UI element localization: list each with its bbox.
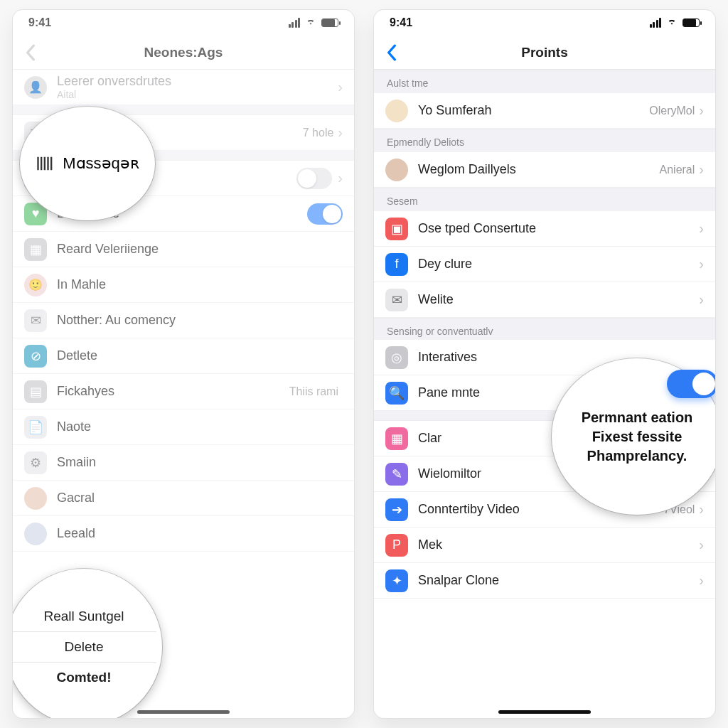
list-item[interactable]: Weglom Daillyels Anieral › (374, 152, 715, 188)
callout-menu: Reall Suntgel Delete Comted! (13, 569, 162, 718)
status-icons (650, 16, 700, 29)
list-item[interactable]: ⚙ Smaiin (13, 445, 354, 481)
home-indicator (137, 710, 230, 714)
chevron-right-icon: › (699, 537, 704, 553)
star-icon: ✦ (385, 569, 408, 592)
battery-icon (321, 18, 338, 27)
toggle[interactable] (296, 168, 332, 189)
list-item[interactable]: ✦ Snalpar Clone › (374, 563, 715, 599)
list-item[interactable]: Gacral (13, 481, 354, 516)
wifi-icon (304, 16, 317, 29)
row-label: Smaiin (57, 455, 343, 470)
section-header: Aulst tme (374, 70, 715, 93)
row-label: Dey clure (418, 257, 699, 272)
row-label: Ose tped Consertute (418, 221, 699, 236)
row-label: Reard Veleriienge (57, 242, 343, 257)
chevron-right-icon: › (338, 79, 343, 95)
chevron-right-icon: › (338, 170, 343, 186)
delete-icon: ⊘ (24, 345, 47, 368)
floating-toggle[interactable] (667, 370, 715, 398)
mail-icon: ✉ (24, 309, 47, 332)
row-label: Leeald (57, 526, 343, 541)
chevron-right-icon: › (699, 501, 704, 518)
callout-messages: Mɑssəqəʀ (20, 107, 155, 220)
nav-title: Proints (521, 45, 567, 60)
status-time: 9:41 (390, 16, 412, 29)
note-icon: 📄 (24, 416, 47, 439)
folder-icon: ▤ (24, 380, 47, 403)
row-label: In Mahle (57, 277, 343, 292)
arrow-right-icon: ➔ (385, 498, 408, 521)
status-time: 9:41 (28, 16, 51, 29)
row-label: Notther: Au comency (57, 313, 343, 328)
list-item[interactable]: ⊘ Detlete (13, 338, 354, 374)
person-icon: 🙂 (24, 274, 47, 296)
chevron-right-icon: › (699, 256, 704, 272)
row-label: Mek (418, 537, 699, 552)
callout-line: Fixest fessite (592, 427, 682, 446)
list-item[interactable]: ▦ Reard Veleriienge (13, 232, 354, 267)
phone-left: 9:41 Neones:Ags 👤 Leerer onversdrutes Ai… (13, 10, 354, 718)
callout-line: Phamprelancy. (587, 446, 687, 466)
nav-bar: Neones:Ags (13, 36, 354, 70)
list-item[interactable]: ✉ Welite › (374, 282, 715, 318)
menu-item[interactable]: Comted! (13, 662, 156, 692)
person-icon: 👤 (24, 76, 47, 99)
list-item[interactable]: f Dey clure › (374, 247, 715, 282)
back-button[interactable] (20, 36, 41, 69)
list-item[interactable]: Yo Sumferah OleryMol › (374, 93, 715, 129)
callout-label: Mɑssəqəʀ (63, 154, 139, 173)
chevron-right-icon: › (699, 102, 704, 119)
chevron-right-icon: › (699, 291, 704, 308)
pinterest-icon: P (385, 534, 408, 557)
row-detail: Anieral (660, 164, 695, 176)
row-detail: 7 hole (303, 127, 334, 139)
row-detail: OleryMol (649, 105, 695, 117)
callout-line: Permnant eation (582, 408, 693, 427)
app-icon: ▣ (385, 218, 408, 240)
row-label: Gacral (57, 491, 343, 505)
row-label: Naote (57, 419, 343, 434)
chevron-right-icon: › (699, 572, 704, 589)
menu-item[interactable]: Reall Suntgel (13, 601, 156, 631)
section-header: Sensing or conventuatlv (374, 318, 715, 340)
barcode-icon (36, 149, 55, 178)
list-item[interactable]: 👤 Leerer onversdrutes Aital › (13, 70, 354, 105)
status-bar: 9:41 (374, 10, 715, 36)
cellular-icon (289, 18, 301, 28)
toggle[interactable] (307, 203, 343, 225)
status-icons (289, 16, 339, 29)
list-item[interactable]: Leeald (13, 516, 354, 552)
avatar (24, 487, 47, 510)
row-detail: Thiis rami (289, 385, 338, 398)
pen-icon: ✎ (385, 463, 408, 486)
facebook-icon: f (385, 253, 408, 276)
avatar (385, 159, 408, 181)
nav-bar: Proints (374, 36, 715, 70)
calendar-icon: ▦ (385, 427, 408, 450)
row-label: Welite (418, 292, 699, 307)
list-item[interactable]: P Mek › (374, 528, 715, 563)
list-item[interactable]: ▤ Fickahyes Thiis rami (13, 374, 354, 410)
section-header: Sesem (374, 188, 715, 211)
list-item[interactable]: ▣ Ose tped Consertute › (374, 211, 715, 247)
grid-icon: ▦ (24, 238, 47, 261)
phone-right: 9:41 Proints Aulst tme Yo Sumferah Olery… (374, 10, 715, 718)
list-item[interactable]: ✉ Notther: Au comency (13, 303, 354, 338)
chevron-right-icon: › (699, 220, 704, 237)
gear-icon: ◎ (385, 346, 408, 369)
row-label: Leerer onversdrutes (57, 74, 338, 89)
status-bar: 9:41 (13, 10, 354, 36)
avatar (385, 100, 408, 122)
row-label: Detlete (57, 348, 343, 363)
back-button[interactable] (381, 36, 402, 69)
row-label: Weglom Daillyels (418, 162, 660, 177)
menu-item-delete[interactable]: Delete (13, 631, 156, 662)
search-icon: 🔍 (385, 382, 408, 405)
mail-icon: ✉ (385, 289, 408, 311)
wifi-icon (665, 16, 678, 29)
section-header: Epmendly Deliots (374, 129, 715, 152)
list-item[interactable]: 🙂 In Mahle (13, 267, 354, 303)
list-item[interactable]: 📄 Naote (13, 410, 354, 445)
nav-title: Neones:Ags (144, 45, 223, 60)
